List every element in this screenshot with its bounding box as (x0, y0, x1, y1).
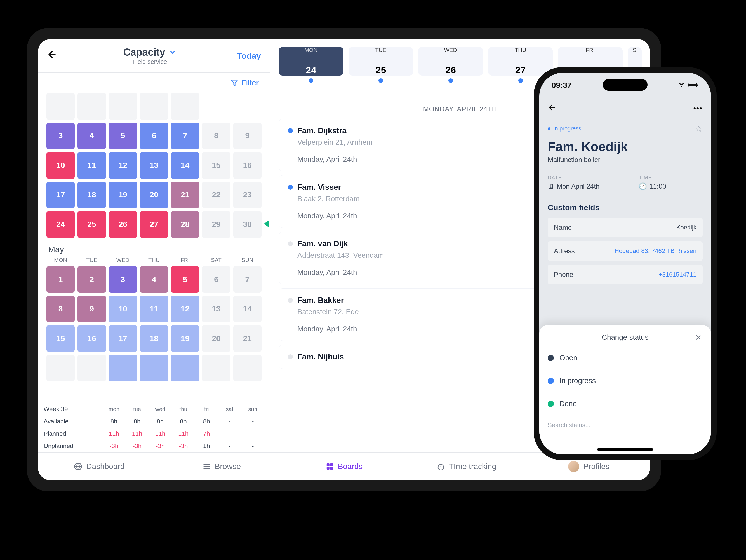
calendar-day[interactable] (109, 355, 137, 382)
status-dot (288, 241, 293, 246)
month-label: May (48, 245, 261, 254)
status-dot (288, 354, 293, 359)
day-chip[interactable]: TUE25 (348, 47, 413, 76)
calendar-day[interactable]: 14 (171, 152, 199, 179)
calendar-day[interactable]: 6 (140, 122, 168, 149)
calendar-day[interactable]: 25 (78, 211, 106, 238)
calendar-day[interactable] (233, 355, 261, 382)
tab-browse[interactable]: Browse (161, 452, 283, 480)
filter-button[interactable]: Filter (38, 73, 270, 93)
calendar-day[interactable]: 4 (78, 122, 106, 149)
calendar-day[interactable]: 8 (47, 296, 75, 323)
calendar-day[interactable]: 4 (140, 266, 168, 293)
calendar-day[interactable]: 29 (202, 211, 230, 238)
calendar-day[interactable]: 27 (140, 211, 168, 238)
status-color-dot (548, 378, 554, 384)
calendar-day[interactable]: 30 (233, 211, 261, 238)
calendar-day[interactable]: 2 (78, 266, 106, 293)
phone-back-button[interactable] (548, 103, 556, 114)
calendar-day[interactable] (140, 355, 168, 382)
star-icon[interactable]: ☆ (695, 124, 702, 134)
calendar-day[interactable] (202, 355, 230, 382)
battery-icon (688, 81, 699, 90)
calendar-day[interactable]: 8 (202, 122, 230, 149)
tab-time-tracking[interactable]: TIme tracking (405, 452, 528, 480)
phone-title: Fam. Koedijk (548, 139, 702, 154)
svg-rect-4 (326, 467, 329, 470)
busy-indicator (309, 78, 313, 83)
day-chip[interactable]: WED26 (418, 47, 483, 76)
calendar-day[interactable]: 3 (47, 122, 75, 149)
calendar-day[interactable]: 11 (78, 152, 106, 179)
custom-field-row[interactable]: AdressHogepad 83, 7462 TB Rijssen (548, 241, 702, 261)
calendar-day[interactable]: 14 (233, 296, 261, 323)
calendar-day[interactable]: 15 (202, 152, 230, 179)
page-subtitle: Field service (133, 58, 167, 65)
svg-rect-9 (697, 84, 698, 86)
calendar-day[interactable]: 13 (140, 152, 168, 179)
tab-boards[interactable]: Boards (283, 452, 405, 480)
calendar-day[interactable]: 15 (47, 325, 75, 352)
day-chip[interactable]: MON24 (279, 47, 343, 76)
calendar-day[interactable]: 21 (171, 181, 199, 208)
tab-dashboard[interactable]: Dashboard (38, 452, 161, 480)
calendar-day[interactable]: 12 (109, 152, 137, 179)
calendar-day[interactable]: 20 (202, 325, 230, 352)
chevron-down-icon[interactable] (169, 49, 176, 56)
status-option[interactable]: Open (548, 346, 702, 369)
calendar-day[interactable] (171, 355, 199, 382)
phone-subtitle: Malfunction boiler (548, 156, 702, 164)
calendar-day[interactable] (47, 355, 75, 382)
calendar-day[interactable]: 7 (171, 122, 199, 149)
search-status-input[interactable]: Search status... (548, 415, 702, 435)
calendar-day[interactable]: 3 (109, 266, 137, 293)
calendar-day[interactable]: 19 (109, 181, 137, 208)
sheet-close-button[interactable]: ✕ (695, 333, 701, 342)
calendar-day[interactable]: 18 (140, 325, 168, 352)
calendar-day[interactable]: 9 (233, 122, 261, 149)
calendar-day[interactable]: 9 (78, 296, 106, 323)
calendar-day[interactable]: 26 (109, 211, 137, 238)
calendar-day[interactable]: 21 (233, 325, 261, 352)
calendar-day[interactable]: 12 (171, 296, 199, 323)
calendar-day[interactable]: 18 (78, 181, 106, 208)
grid-icon (325, 462, 334, 471)
calendar-day[interactable]: 28 (171, 211, 199, 238)
calendar-day[interactable]: 20 (140, 181, 168, 208)
calendar-day[interactable]: 7 (233, 266, 261, 293)
calendar-day[interactable]: 24 (47, 211, 75, 238)
phone-more-button[interactable]: ••• (693, 104, 702, 113)
calendar-day[interactable]: 22 (202, 181, 230, 208)
calendar-day[interactable]: 16 (233, 152, 261, 179)
week-label: Week 39 (44, 405, 103, 413)
status-option[interactable]: In progress (548, 369, 702, 392)
calendar-day[interactable]: 19 (171, 325, 199, 352)
status-color-dot (548, 355, 554, 361)
calendar-day[interactable]: 17 (47, 181, 75, 208)
calendar-day[interactable]: 10 (109, 296, 137, 323)
calendar-day[interactable]: 17 (109, 325, 137, 352)
calendar-day[interactable]: 23 (233, 181, 261, 208)
back-button[interactable] (47, 50, 63, 62)
status-dot (288, 128, 293, 133)
calendar-day[interactable]: 5 (109, 122, 137, 149)
globe-icon (74, 462, 82, 471)
custom-field-row[interactable]: Phone+3161514711 (548, 265, 702, 284)
today-button[interactable]: Today (237, 51, 261, 61)
custom-field-row[interactable]: NameKoedijk (548, 218, 702, 237)
status-pill[interactable]: In progress (548, 125, 581, 132)
calendar-day[interactable]: 1 (47, 266, 75, 293)
status-option[interactable]: Done (548, 392, 702, 415)
calendar-day[interactable]: 11 (140, 296, 168, 323)
calendar-day[interactable] (78, 355, 106, 382)
calendar-day[interactable]: 16 (78, 325, 106, 352)
calendar-day[interactable]: 6 (202, 266, 230, 293)
calendar-day[interactable]: 10 (47, 152, 75, 179)
phone-screen: 09:37 ••• In progress ☆ Fam. Koedijk Mal… (539, 73, 711, 454)
stopwatch-icon (437, 462, 445, 471)
calendar-day[interactable]: 5 (171, 266, 199, 293)
day-chip[interactable]: THU27 (488, 47, 553, 76)
week-summary-table: Week 39 mon tue wed thu fri sat sun Avai… (38, 399, 270, 452)
calendar-day[interactable]: 13 (202, 296, 230, 323)
home-indicator[interactable] (597, 448, 653, 451)
